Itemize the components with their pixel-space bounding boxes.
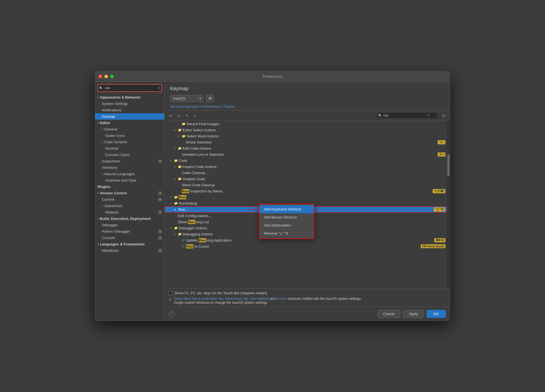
help-button[interactable]: ? [168,311,175,317]
chevron-icon: ▸ [175,208,178,211]
footer-left: ? [168,311,175,317]
tree-row[interactable]: Shrink Selection ⌥↓ [165,139,447,145]
chevron-icon: ▾ [97,96,99,99]
tree-row[interactable]: ▾ 📁 Code [165,157,447,164]
close-button[interactable] [99,75,102,78]
sidebar-item-system-settings[interactable]: System Settings [95,100,164,107]
conflict-link-more[interactable]: 8 more [276,297,287,301]
sidebar-item-plugins[interactable]: Plugins [95,184,164,190]
sidebar-item-console-colors[interactable]: Console Colors [95,152,164,158]
tree-row[interactable]: Silent Code Cleanup [165,182,447,188]
apply-button[interactable]: Apply [403,310,424,318]
sidebar-item-network[interactable]: Network ≡ [95,209,164,215]
tree-item-label: Silent Code Cleanup [182,183,445,187]
search-clear-icon[interactable]: ✕ [158,86,160,90]
sidebar-item-console[interactable]: Console ≡ [95,235,164,241]
badge-icon: ≡ [158,191,162,195]
sidebar-item-version-control[interactable]: ▾ Version Control ≡ [95,190,164,196]
sidebar-item-languages-frameworks[interactable]: ▾ Languages & Frameworks [95,241,164,247]
scrollbar-track[interactable] [447,121,450,288]
context-menu-item-add-keyboard[interactable]: Add Keyboard Shortcut [259,205,314,213]
tree-row[interactable]: ▾ 📁 Run [165,194,447,200]
get-more-keymaps-link[interactable]: Get more keymaps in Preferences [170,105,221,109]
tree-wrapper: 📁 Recent Find Usages ▾ 📁 Editor Select A… [165,121,450,288]
ok-button[interactable]: OK [427,310,446,318]
tree-item-label: Editor Select Actions [183,128,445,132]
badge-icon: ≡ [158,198,162,202]
context-menu-item-add-mouse[interactable]: Add Mouse Shortcut [259,213,314,221]
panel-header: Keymap macOS ⚙ Get more keymaps in Prefe… [165,82,450,110]
tree-item-label: Code Cleanup... [182,171,445,175]
maximize-button[interactable] [110,75,114,78]
conflict-link-1[interactable]: Select Next Tab in multi-editor file [174,297,223,301]
tree-item-label: Unindent Line or Selection [182,152,438,157]
cancel-button[interactable]: Cancel [377,310,400,318]
chevron-icon: ▾ [102,204,103,207]
sidebar-item-natural-languages[interactable]: ▾ Natural Languages [95,171,164,177]
sidebar-item-color-scheme[interactable]: ▾ Color Scheme [95,139,164,145]
conflict-link-3[interactable]: Next Method [250,297,269,301]
sidebar-item-label: Markdown [102,248,118,253]
footer: ? Cancel Apply OK [165,307,450,321]
search-icon: 🔍 [99,86,103,90]
warning-button[interactable]: ⚠ [191,113,198,119]
tree-row[interactable]: 📁 Recent Find Usages [165,121,447,127]
sidebar-item-intentions[interactable]: Intentions [95,164,164,171]
tree-row[interactable]: ▾ 📁 Editor Select Actions [165,127,447,133]
run-cursor-icon: ↻ [182,244,185,248]
sidebar-item-commit[interactable]: Commit ≡ [95,196,164,203]
tree-row[interactable]: ▾ 📁 Analyze Code [165,176,447,182]
gear-button[interactable]: ⚙ [206,94,214,102]
sidebar-item-gutter-icons[interactable]: Gutter Icons [95,132,164,139]
context-menu-item-remove[interactable]: Remove ⌥⌃R [259,229,314,237]
folder-icon: 📁 [174,202,178,205]
window-title: Preferences [263,74,282,79]
tree-row[interactable]: ↻ Run to Cursor F9 Force touch [165,243,447,249]
sidebar-item-keymap[interactable]: Keymap [95,113,164,120]
sidebar-item-notifications[interactable]: Notifications [95,107,164,113]
sidebar-item-inspections[interactable]: Inspections ≡ [95,158,164,164]
filter-extra-button[interactable]: ⊙ [440,112,447,119]
chevron-icon: ▾ [97,217,99,220]
sidebar-item-subversion[interactable]: ▾ Subversion [95,203,164,209]
tree-item-label: Recent Find Usages [186,122,445,126]
plugins-link[interactable]: Plugins [223,105,234,109]
shortcut-badge: ⌘F10 [434,238,445,242]
tree-row[interactable]: ▾ 📁 Inspect Code Actions [165,164,447,170]
context-menu: Add Keyboard Shortcut Add Mouse Shortcut… [259,203,314,239]
sidebar-item-build-exec-deploy[interactable]: ▾ Build, Execution, Deployment [95,215,164,222]
filter-clear-icon[interactable]: ✕ [427,114,430,117]
folder-icon: 📁 [178,128,182,132]
sidebar-item-markdown[interactable]: Markdown ≡ [95,247,164,254]
scrollbar-thumb[interactable] [447,154,450,176]
sort-button[interactable]: ≡↑ [167,113,175,119]
minimize-button[interactable] [104,75,108,78]
tree-item-label: Code [179,159,445,163]
sidebar-item-appearance-behavior[interactable]: ▾ Appearance & Behavior [95,94,164,100]
keymap-dropdown[interactable]: macOS [170,95,203,102]
sidebar-item-python-debugger[interactable]: Python Debugger ≡ [95,228,164,235]
sidebar-item-general[interactable]: ▾ General [95,126,164,132]
edit-button[interactable]: ✎ [184,113,190,119]
tree-row[interactable]: Code Cleanup... [165,170,447,176]
conflict-link-2[interactable]: Select Next Tab [225,297,248,301]
folder-icon: 📁 [178,147,182,150]
sidebar-search-input[interactable] [97,84,162,92]
sort-desc-button[interactable]: ≡↓ [176,113,183,119]
chevron-icon: ▾ [102,172,103,175]
tree-row[interactable]: ▾ 📁 Edit Code Actions [165,145,447,151]
sidebar-item-debugger[interactable]: Debugger [95,222,164,228]
tree-row[interactable]: Unindent Line or Selection ⇧⊸ [165,151,447,157]
keymap-dropdown-wrapper: macOS [170,95,203,102]
sidebar-item-grammar-style[interactable]: Grammar and Style [95,177,164,184]
tree-row[interactable]: ▾ 📁 Select Word Actions [165,133,447,139]
tree-row[interactable]: Run Inspection by Name... ⌥⇧⌘I [165,188,447,194]
tree-item-label: Inspect Code Actions [183,165,445,169]
touch-bar-checkbox[interactable] [168,291,172,295]
keymap-toolbar: ≡↑ ≡↓ ✎ ⚠ 🔍 ✕ ⊙ [165,110,450,121]
sidebar-item-label: Network [105,210,118,214]
sidebar-item-editor[interactable]: ▾ Editor [95,120,164,126]
context-menu-item-add-abbreviation[interactable]: Add Abbreviation [259,221,314,229]
chevron-icon: ▸ [170,202,174,205]
sidebar-item-general2[interactable]: General [95,145,164,152]
